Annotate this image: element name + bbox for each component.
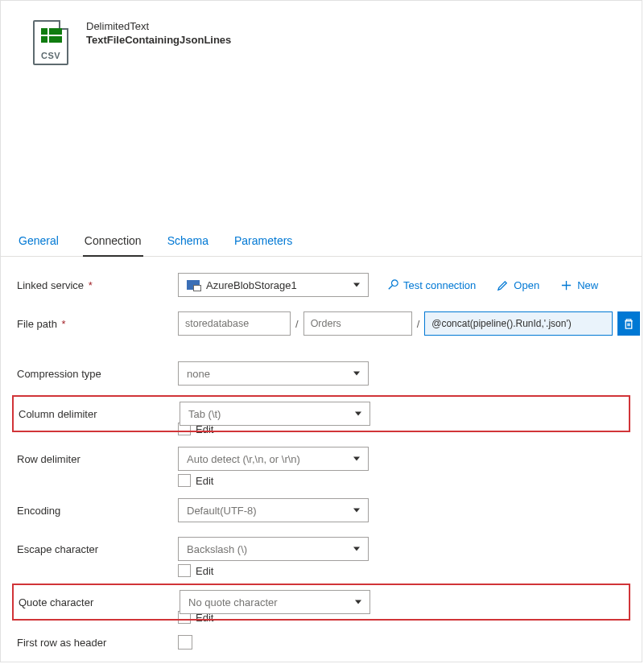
compression-type-value: none: [187, 368, 210, 380]
test-connection-icon: [386, 279, 398, 291]
label-linked-service: Linked service *: [17, 279, 178, 291]
tab-general[interactable]: General: [17, 226, 60, 257]
chevron-down-icon: [355, 600, 361, 604]
tabs: General Connection Schema Parameters: [1, 226, 642, 257]
label-first-row-as-header: First row as header: [17, 637, 178, 649]
file-path-file-input[interactable]: [424, 311, 613, 336]
chevron-down-icon: [355, 412, 361, 416]
chevron-down-icon: [353, 509, 360, 513]
chevron-down-icon: [353, 283, 360, 287]
row-delimiter-select[interactable]: Auto detect (\r,\n, or \r\n): [178, 447, 369, 471]
dataset-type: DelimitedText: [86, 20, 231, 32]
escape-character-edit-checkbox[interactable]: [178, 564, 191, 577]
path-separator: /: [295, 318, 299, 330]
trash-icon: [623, 318, 634, 330]
first-row-as-header-checkbox[interactable]: [178, 635, 192, 650]
storage-icon: [187, 280, 200, 290]
label-compression-type: Compression type: [17, 368, 178, 380]
label-row-delimiter: Row delimiter: [17, 453, 178, 465]
clear-filepath-button[interactable]: [617, 311, 640, 336]
label-escape-character: Escape character: [17, 543, 178, 555]
tab-connection[interactable]: Connection: [83, 226, 143, 257]
csv-file-icon: CSV: [33, 20, 72, 65]
column-delimiter-select[interactable]: Tab (\t): [180, 402, 370, 426]
path-separator: /: [417, 318, 420, 330]
column-delimiter-value: Tab (\t): [188, 408, 221, 420]
chevron-down-icon: [353, 547, 360, 551]
new-button[interactable]: New: [560, 279, 598, 291]
encoding-value: Default(UTF-8): [187, 505, 257, 517]
encoding-select[interactable]: Default(UTF-8): [178, 498, 369, 522]
escape-character-select[interactable]: Backslash (\): [178, 537, 369, 561]
csv-icon-label: CSV: [35, 51, 67, 60]
dataset-name: TextFileContainingJsonLines: [86, 34, 231, 46]
chevron-down-icon: [353, 457, 360, 461]
linked-service-select[interactable]: AzureBlobStorage1: [178, 273, 369, 297]
tab-parameters[interactable]: Parameters: [233, 226, 294, 257]
row-delimiter-value: Auto detect (\r,\n, or \r\n): [187, 453, 300, 465]
escape-character-value: Backslash (\): [187, 543, 247, 555]
quote-character-value: No quote character: [188, 596, 278, 608]
edit-label: Edit: [196, 565, 213, 577]
pencil-icon: [497, 279, 509, 291]
compression-type-select[interactable]: none: [178, 361, 369, 386]
label-file-path: File path *: [17, 318, 178, 330]
dataset-header: CSV DelimitedText TextFileContainingJson…: [1, 1, 642, 65]
label-quote-character: Quote character: [19, 596, 180, 608]
chevron-down-icon: [353, 372, 360, 376]
linked-service-value: AzureBlobStorage1: [206, 279, 297, 291]
tab-schema[interactable]: Schema: [166, 226, 210, 257]
label-column-delimiter: Column delimiter: [19, 408, 180, 420]
plus-icon: [560, 279, 572, 291]
label-encoding: Encoding: [17, 505, 178, 517]
file-path-directory-input[interactable]: [303, 311, 412, 336]
quote-character-select[interactable]: No quote character: [180, 590, 370, 614]
file-path-container-input[interactable]: [178, 311, 291, 336]
edit-label: Edit: [196, 475, 213, 487]
row-delimiter-edit-checkbox[interactable]: [178, 474, 191, 487]
test-connection-button[interactable]: Test connection: [386, 279, 476, 291]
open-button[interactable]: Open: [497, 279, 539, 291]
